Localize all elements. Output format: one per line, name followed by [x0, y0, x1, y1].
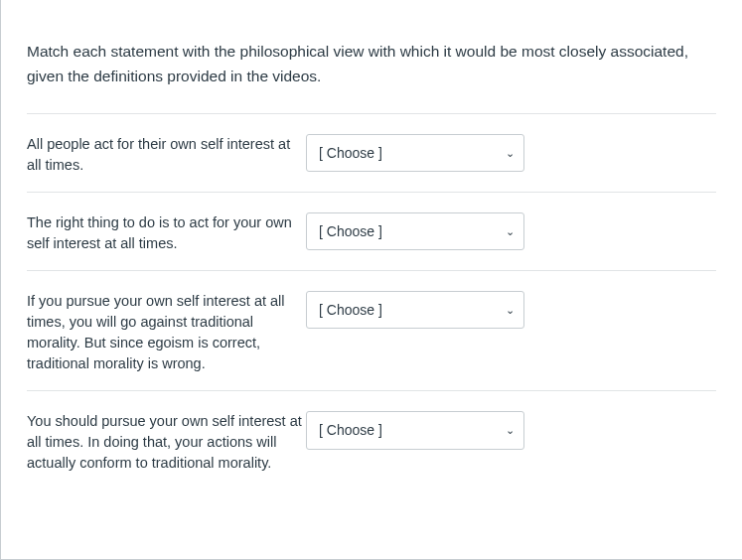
match-row: You should pursue your own self interest…	[27, 391, 716, 490]
choice-select[interactable]: [ Choose ]	[306, 411, 524, 450]
select-wrapper: [ Choose ] ⌄	[306, 411, 524, 450]
match-row: All people act for their own self intere…	[27, 114, 716, 192]
match-row: The right thing to do is to act for your…	[27, 193, 716, 270]
choice-select[interactable]: [ Choose ]	[306, 212, 524, 251]
statement-text: If you pursue your own self interest at …	[27, 291, 302, 374]
statement-text: You should pursue your own self interest…	[27, 411, 302, 474]
match-row: If you pursue your own self interest at …	[27, 271, 716, 390]
select-wrapper: [ Choose ] ⌄	[306, 291, 524, 330]
question-container: Match each statement with the philosophi…	[1, 0, 742, 513]
statement-text: All people act for their own self intere…	[27, 134, 302, 176]
question-prompt: Match each statement with the philosophi…	[27, 0, 716, 113]
select-wrapper: [ Choose ] ⌄	[306, 212, 524, 251]
choice-select[interactable]: [ Choose ]	[306, 134, 524, 173]
choice-select[interactable]: [ Choose ]	[306, 291, 524, 330]
statement-text: The right thing to do is to act for your…	[27, 212, 302, 254]
select-wrapper: [ Choose ] ⌄	[306, 134, 524, 173]
